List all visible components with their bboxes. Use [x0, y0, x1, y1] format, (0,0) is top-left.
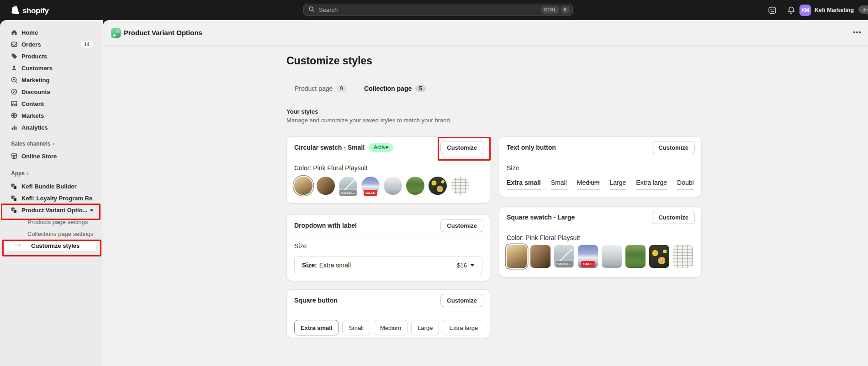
sidebar-item-products[interactable]: Products: [4, 50, 96, 62]
sidebar-item-home[interactable]: Home: [4, 26, 96, 38]
customize-button-circular-swatch[interactable]: Customize: [440, 141, 483, 154]
swatch-sepia-bridge[interactable]: [507, 245, 527, 268]
card-header: Text only button Customize: [499, 137, 701, 158]
card-header: Square button Customize: [287, 290, 490, 311]
size-option-medium-unavailable[interactable]: Medium: [577, 179, 600, 190]
sidebar-item-collections-page-settings[interactable]: Collections page settings: [4, 228, 96, 240]
option-label: Size: [294, 242, 482, 250]
card-body: Color: Pink Floral Playsuit SOLD... SALE: [499, 228, 701, 274]
size-button-row: Extra small Small Medium Large Extra lar…: [294, 320, 482, 335]
shopify-bag-icon: [11, 5, 20, 16]
card-header: Circular swatch - Small Active Customize: [287, 137, 490, 158]
sidebar-item-content[interactable]: Content: [4, 98, 96, 110]
size-dropdown[interactable]: Size:Extra small $16: [294, 256, 482, 274]
card-square-button: Square button Customize Extra small Smal…: [286, 289, 490, 338]
customize-button-square-swatch[interactable]: Customize: [652, 211, 695, 224]
swatch-mountain-sale[interactable]: SALE: [578, 245, 598, 268]
dropdown-field-label: Size:: [302, 261, 317, 269]
size-option-double-extra-large[interactable]: Double Extra Large: [677, 179, 694, 190]
size-option-extra-large[interactable]: Extra large: [636, 179, 667, 190]
global-search[interactable]: CTRL K: [303, 4, 573, 16]
sidebar-item-online-store[interactable]: Online Store: [4, 150, 96, 162]
more-actions-button[interactable]: •••: [851, 28, 862, 37]
card-text-only-button: Text only button Customize Size Extra sm…: [499, 136, 702, 197]
sales-channels-header[interactable]: Sales channels: [11, 140, 54, 147]
swatch-foggy-hill[interactable]: [384, 177, 402, 195]
option-label: Color: Pink Floral Playsuit: [294, 164, 482, 172]
ctrl-key-badge: CTRL: [541, 6, 559, 14]
user-menu[interactable]: KM Kefi Marketing: [799, 4, 854, 16]
section-subtitle: Manage and customize your saved styles t…: [286, 117, 451, 124]
option-label: Size: [507, 164, 694, 172]
size-button-small[interactable]: Small: [342, 320, 370, 335]
card-header: Dropdown with label Customize: [287, 215, 490, 236]
card-dropdown-with-label: Dropdown with label Customize Size Size:…: [286, 214, 490, 281]
swatch-dark-flowers[interactable]: [429, 177, 447, 195]
sidebar-item-kefi-bundle-builder[interactable]: Kefi Bundle Builder: [4, 180, 96, 192]
orders-count-badge: 14: [81, 41, 93, 48]
size-button-extra-small[interactable]: Extra small: [294, 320, 339, 335]
sale-badge: SALE: [364, 190, 377, 196]
caret-down-icon: [470, 264, 475, 267]
sidebar-item-product-variant-options[interactable]: Product Variant Optio...: [4, 204, 96, 216]
apps-header[interactable]: Apps: [11, 170, 28, 177]
page-title: Customize styles: [286, 55, 372, 67]
swatch-soccer-field[interactable]: [625, 245, 646, 268]
online-store-icon: [10, 152, 18, 160]
option-label: Color: Pink Floral Playsuit: [507, 234, 694, 241]
swatch-building-windows[interactable]: [673, 245, 693, 268]
tab-collection-page[interactable]: Collection page 5: [364, 85, 426, 92]
swatch-sepia-bridge[interactable]: [294, 177, 312, 195]
search-input[interactable]: [318, 6, 540, 14]
card-circular-swatch-small: Circular swatch - Small Active Customize…: [286, 136, 490, 204]
sidebar-item-marketing[interactable]: Marketing: [4, 74, 96, 86]
sidebar-item-orders[interactable]: Orders 14: [4, 38, 96, 50]
sidebar-item-kefi-loyalty[interactable]: Kefi: Loyalty Program Re...: [4, 192, 96, 204]
main-content: Product Variant Options ••• Customize st…: [103, 20, 868, 366]
customize-button-text-only[interactable]: Customize: [652, 141, 695, 154]
home-icon: [10, 29, 18, 37]
k-key-badge: K: [561, 6, 570, 14]
app-title: Product Variant Options: [124, 20, 202, 46]
topbar: shopify CTRL K KM Kefi Marketing dev: [0, 0, 868, 20]
card-body: Color: Pink Floral Playsuit SOLD... SALE: [287, 158, 490, 201]
sidebar-item-products-page-settings[interactable]: Products page settings: [4, 216, 96, 228]
inbox-chat-button[interactable]: [767, 5, 777, 15]
sidebar-item-markets[interactable]: Markets: [4, 110, 96, 121]
sidebar-item-discounts[interactable]: Discounts: [4, 86, 96, 98]
content-image-icon: [10, 100, 18, 108]
marketing-target-icon: [10, 76, 18, 84]
size-button-large[interactable]: Large: [411, 320, 439, 335]
customize-button-square-button[interactable]: Customize: [440, 294, 483, 307]
notifications-bell-button[interactable]: [786, 5, 796, 15]
swatch-soccer-field[interactable]: [406, 177, 424, 195]
size-option-small[interactable]: Small: [551, 179, 567, 190]
product-page-count-badge: 9: [336, 85, 347, 92]
square-swatch-row: SOLD... SALE: [507, 245, 694, 268]
swatch-mountain-sale[interactable]: SALE: [361, 177, 380, 195]
tab-product-page[interactable]: Product page 9: [295, 85, 347, 92]
sidebar-item-analytics[interactable]: Analytics: [4, 121, 96, 133]
shopify-wordmark: shopify: [22, 6, 49, 16]
sidebar-item-customers[interactable]: Customers: [4, 62, 96, 74]
swatch-brown-packages[interactable]: [530, 245, 550, 268]
swatch-pier-soldout[interactable]: SOLD...: [339, 177, 357, 195]
size-option-large[interactable]: Large: [610, 179, 626, 190]
customize-button-dropdown[interactable]: Customize: [440, 219, 483, 232]
swatch-dark-flowers[interactable]: [649, 245, 669, 268]
swatch-building-windows[interactable]: [451, 177, 469, 195]
size-button-extra-large[interactable]: Extra large: [443, 320, 482, 335]
swatch-brown-packages[interactable]: [317, 177, 335, 195]
swatch-foggy-hill[interactable]: [602, 245, 622, 268]
size-button-medium-unavailable[interactable]: Medium: [374, 320, 408, 335]
sidebar-item-customize-styles[interactable]: Customize styles: [4, 240, 96, 251]
swatch-pier-soldout[interactable]: SOLD...: [554, 245, 574, 268]
shopify-logo[interactable]: shopify: [11, 5, 49, 16]
app-notification-dot: [90, 209, 93, 211]
app-icon: [10, 183, 18, 190]
collection-page-count-badge: 5: [415, 85, 426, 92]
card-square-swatch-large: Square swatch - Large Customize Color: P…: [499, 206, 702, 277]
dev-store-badge: dev: [858, 5, 868, 14]
discounts-percent-icon: [10, 88, 18, 96]
size-option-extra-small[interactable]: Extra small: [507, 179, 541, 190]
